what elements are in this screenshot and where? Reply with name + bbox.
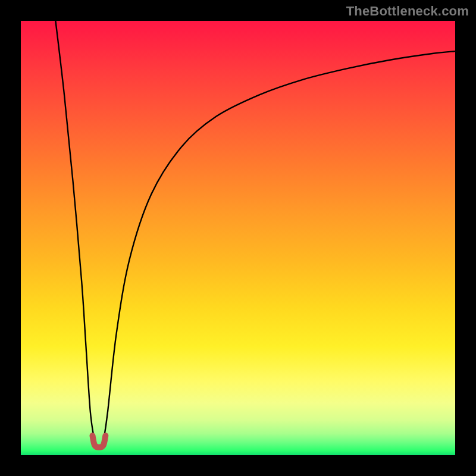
- bottleneck-curve-left: [55, 21, 95, 442]
- watermark-text: TheBottleneck.com: [346, 4, 469, 19]
- plot-area: [21, 21, 455, 455]
- chart-frame: TheBottleneck.com: [0, 0, 476, 476]
- bottleneck-curve-right: [104, 51, 455, 442]
- curve-layer: [21, 21, 455, 455]
- optimal-minimum-marker: [92, 436, 105, 447]
